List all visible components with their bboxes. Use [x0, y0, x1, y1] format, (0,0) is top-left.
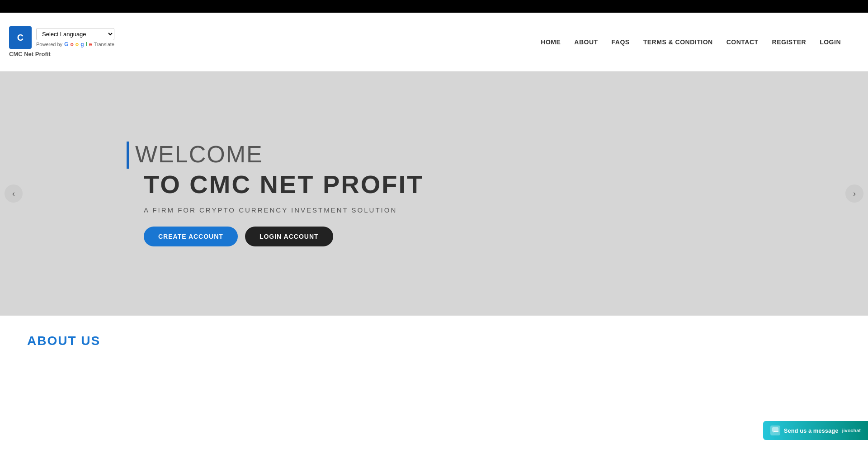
nav-about[interactable]: ABOUT	[574, 38, 598, 46]
google-logo: G	[64, 41, 68, 47]
hero-buttons: CREATE ACCOUNT LOGIN ACCOUNT	[144, 227, 424, 246]
svg-text:C: C	[17, 33, 24, 43]
hero-content: WELCOME TO CMC NET PROFIT A FIRM FOR CRY…	[127, 141, 424, 246]
nav-register[interactable]: REGISTER	[772, 38, 807, 46]
carousel-prev-button[interactable]: ‹	[5, 184, 23, 203]
carousel-next-button[interactable]: ›	[845, 184, 863, 203]
ticker-inner: SPS&P 5005342.3-10.7 (-0.20%)NNasdaq 100…	[0, 2, 868, 11]
header-left: C Select Language English French Spanish…	[9, 26, 114, 57]
nav-terms[interactable]: TERMS & CONDITION	[643, 38, 713, 46]
login-account-button[interactable]: LOGIN ACCOUNT	[245, 227, 333, 246]
nav-contact[interactable]: CONTACT	[726, 38, 759, 46]
language-select[interactable]: Select Language English French Spanish G…	[36, 28, 114, 40]
nav-login[interactable]: LOGIN	[820, 38, 841, 46]
logo-icon: C	[9, 26, 32, 49]
hero-subtitle: A FIRM FOR CRYPTO CURRENCY INVESTMENT SO…	[144, 206, 424, 214]
about-teaser: ABOUT US	[0, 316, 868, 357]
site-header: C Select Language English French Spanish…	[0, 13, 868, 71]
hero-welcome-text: WELCOME	[135, 141, 424, 168]
logo-area: C Select Language English French Spanish…	[9, 26, 114, 49]
nav-faqs[interactable]: FAQS	[612, 38, 630, 46]
create-account-button[interactable]: CREATE ACCOUNT	[144, 227, 238, 246]
translate-area: Select Language English French Spanish G…	[36, 28, 114, 47]
hero-main-title: TO CMC NET PROFIT	[144, 170, 424, 199]
powered-by: Powered by Google Translate	[36, 41, 114, 47]
nav-home[interactable]: HOME	[541, 38, 561, 46]
hero-bar-decoration	[127, 142, 129, 169]
site-logo-text: CMC Net Profit	[9, 51, 51, 57]
ticker-bar: SPS&P 5005342.3-10.7 (-0.20%)NNasdaq 100…	[0, 0, 868, 13]
hero-section: ‹ WELCOME TO CMC NET PROFIT A FIRM FOR C…	[0, 71, 868, 316]
main-nav: HOME ABOUT FAQS TERMS & CONDITION CONTAC…	[541, 38, 841, 46]
about-title: ABOUT US	[27, 334, 841, 348]
hero-welcome-line: WELCOME TO CMC NET PROFIT A FIRM FOR CRY…	[127, 141, 424, 246]
